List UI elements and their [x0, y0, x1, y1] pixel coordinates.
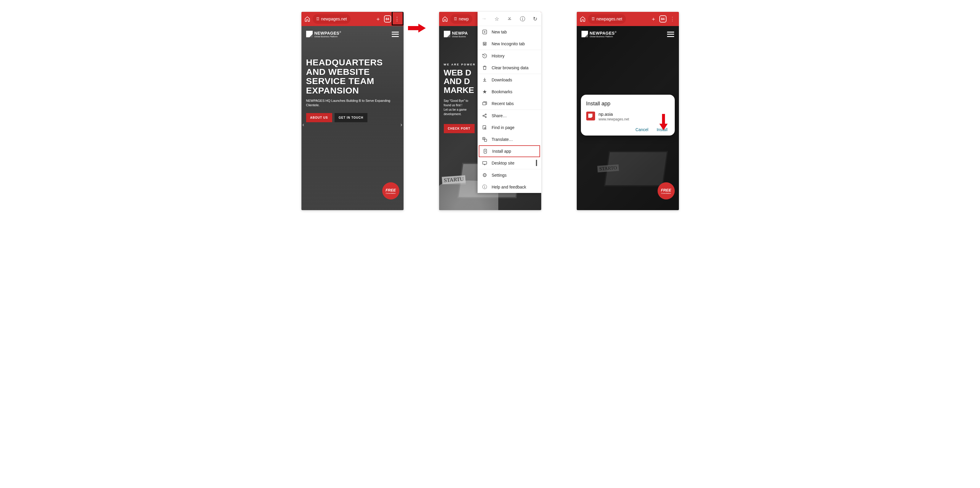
- menu-item-label: Translate…: [492, 137, 513, 142]
- home-icon[interactable]: [304, 15, 311, 22]
- reload-icon[interactable]: ↻: [533, 16, 538, 22]
- menu-item-label: History: [492, 54, 505, 58]
- menu-item-label: New tab: [492, 30, 507, 34]
- menu-item-label: Help and feedback: [492, 185, 527, 189]
- carousel-prev-icon[interactable]: ‹: [302, 122, 304, 128]
- svg-marker-0: [408, 24, 426, 33]
- home-icon[interactable]: [441, 15, 449, 22]
- about-us-button[interactable]: ABOUT US: [306, 113, 332, 122]
- menu-item-label: New Incognito tab: [492, 41, 525, 46]
- history-icon: [482, 53, 488, 59]
- home-icon[interactable]: [579, 15, 586, 22]
- laptop-graphic: [604, 151, 668, 186]
- site-logo[interactable]: NEWPAGES® Global Business Platform: [306, 31, 341, 38]
- menu-item-new-tab[interactable]: New tab: [477, 26, 541, 38]
- logo-reg: ®: [339, 31, 341, 33]
- url-bar[interactable]: ☲ newpages.net: [313, 14, 350, 24]
- forward-icon[interactable]: →: [481, 16, 487, 22]
- get-in-touch-button[interactable]: GET IN TOUCH: [334, 113, 368, 122]
- share-icon: [482, 113, 488, 119]
- carousel-next-icon[interactable]: ›: [401, 122, 402, 128]
- app-url: www.newpages.net: [599, 117, 629, 121]
- menu-item-new-incognito-tab[interactable]: New Incognito tab: [477, 38, 541, 50]
- new-tab-icon[interactable]: ＋: [649, 15, 657, 23]
- trash-icon: [482, 65, 488, 71]
- new-tab-icon[interactable]: ＋: [374, 15, 382, 23]
- phone-frame: ☲ newp NEWPA Global Busines WE ARE POWER: [439, 12, 541, 210]
- screen-1: ☲ newpages.net ＋ 84 ⋮ NEWPAGES® Global B…: [301, 12, 404, 210]
- chrome-toolbar: ☲ newpages.net ＋ 84 ⋮: [301, 12, 404, 26]
- consult-text: Consultation: [386, 192, 396, 194]
- logo-mark-icon: [444, 31, 450, 37]
- url-bar[interactable]: ☲ newp: [450, 14, 472, 24]
- menu-item-label: Downloads: [492, 78, 512, 82]
- menu-item-downloads[interactable]: Downloads: [477, 74, 541, 86]
- free-text: FREE: [385, 188, 396, 192]
- help-icon: ⓘ: [482, 184, 488, 190]
- site-logo[interactable]: NEWPAGES® Global Business Platform: [581, 31, 617, 38]
- menu-item-label: Find in page: [492, 125, 515, 130]
- menu-top-actions: → ☆ ⓘ ↻: [477, 12, 541, 26]
- recent-icon: [482, 101, 488, 107]
- startup-text: STARTO: [597, 165, 619, 173]
- menu-item-install-app[interactable]: Install app: [479, 145, 540, 157]
- url-text: newpages.net: [597, 17, 622, 21]
- menu-item-history[interactable]: History: [477, 50, 541, 62]
- menu-item-settings[interactable]: ⚙Settings: [477, 169, 541, 181]
- free-consultation-badge[interactable]: FREE Consultation: [657, 182, 675, 199]
- overflow-menu-icon[interactable]: ⋮: [393, 15, 401, 23]
- menu-item-label: Recent tabs: [492, 101, 514, 106]
- hamburger-menu-icon[interactable]: [392, 32, 399, 37]
- hero-title: HEADQUARTERS AND WEBSITE SERVICE TEAM EX…: [306, 58, 399, 95]
- svg-marker-15: [659, 114, 668, 130]
- logo-reg: ®: [615, 31, 616, 33]
- install-icon: [482, 148, 488, 154]
- logo-brand: NEWPA: [452, 31, 468, 35]
- plus-square-icon: [482, 29, 488, 35]
- menu-item-find-in-page[interactable]: Find in page: [477, 122, 541, 134]
- menu-item-label: Share…: [492, 113, 507, 118]
- menu-item-bookmarks[interactable]: ★Bookmarks: [477, 86, 541, 98]
- star-icon: ★: [482, 89, 488, 95]
- desktop-site-checkbox[interactable]: [536, 161, 537, 166]
- download-page-icon[interactable]: [507, 15, 512, 22]
- instruction-arrow-icon: [408, 22, 426, 34]
- menu-item-help-and-feedback[interactable]: ⓘHelp and feedback: [477, 181, 541, 193]
- menu-item-share[interactable]: Share…: [477, 110, 541, 122]
- menu-item-label: Settings: [492, 173, 507, 178]
- menu-item-label: Bookmarks: [492, 89, 512, 94]
- overflow-menu-icon[interactable]: ⋮: [668, 15, 676, 23]
- tab-count-button[interactable]: 84: [384, 15, 391, 22]
- menu-item-label: Install app: [492, 149, 511, 154]
- hamburger-menu-icon[interactable]: [667, 32, 674, 37]
- site-settings-icon: ☲: [454, 17, 457, 21]
- translate-icon: [482, 137, 488, 142]
- logo-tagline: Global Business Platform: [590, 35, 617, 38]
- menu-item-label: Clear browsing data: [492, 65, 529, 70]
- url-text: newpages.net: [321, 17, 347, 21]
- find-icon: [482, 125, 488, 130]
- info-icon[interactable]: ⓘ: [520, 15, 525, 22]
- cancel-button[interactable]: Cancel: [635, 127, 648, 132]
- app-icon: [586, 111, 595, 121]
- phone-frame: ☲ newpages.net ＋ 84 ⋮ NEWPAGES® Global B…: [301, 12, 404, 210]
- check-portfolio-button[interactable]: CHECK PORT: [444, 124, 475, 133]
- star-icon[interactable]: ☆: [495, 16, 499, 22]
- svg-rect-4: [483, 102, 486, 105]
- tab-count-button[interactable]: 84: [659, 15, 667, 22]
- screen-2: ☲ newp NEWPA Global Busines WE ARE POWER: [439, 12, 541, 210]
- menu-item-desktop-site[interactable]: Desktop site: [477, 157, 541, 169]
- phone-frame: ☲ newpages.net ＋ 84 ⋮ NEWPAGES® Global B…: [577, 12, 679, 210]
- app-name: np.asia: [599, 111, 629, 117]
- page-content: NEWPAGES® Global Business Platform HEADQ…: [301, 26, 404, 210]
- desktop-icon: [482, 160, 488, 166]
- menu-item-clear-browsing-data[interactable]: Clear browsing data: [477, 62, 541, 74]
- logo-tagline: Global Business Platform: [314, 35, 341, 38]
- logo-tagline: Global Busines: [452, 35, 468, 38]
- menu-item-translate[interactable]: Translate…: [477, 134, 541, 145]
- site-settings-icon: ☲: [592, 17, 595, 21]
- menu-item-recent-tabs[interactable]: Recent tabs: [477, 98, 541, 110]
- free-consultation-badge[interactable]: FREE Consultation: [382, 182, 399, 199]
- site-logo[interactable]: NEWPA Global Busines: [444, 31, 468, 38]
- url-bar[interactable]: ☲ newpages.net: [588, 14, 626, 24]
